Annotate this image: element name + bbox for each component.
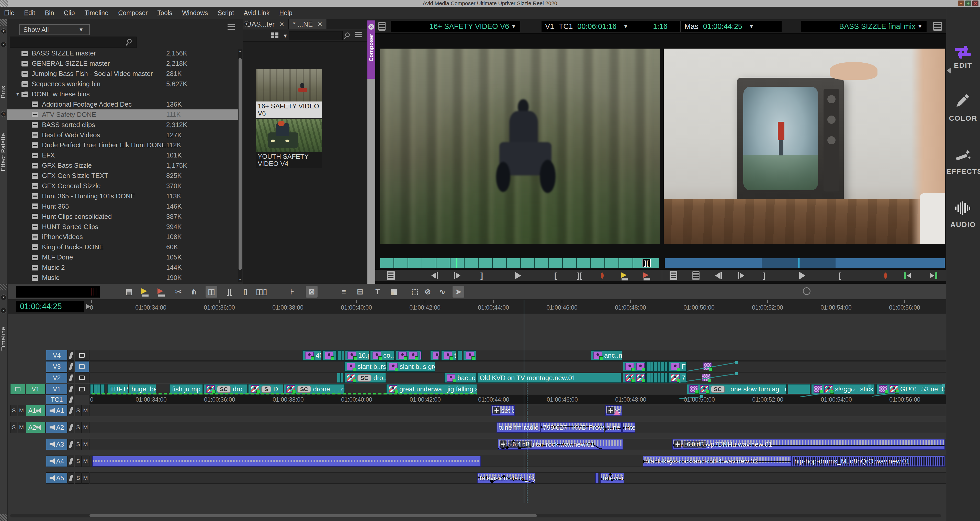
clip-V3[interactable] <box>646 362 668 372</box>
clip-V1[interactable]: fish ju.mp b <box>170 384 203 394</box>
source-mute-A2[interactable]: M <box>18 422 25 433</box>
solo-A1[interactable]: S <box>75 405 81 416</box>
overwrite-icon[interactable] <box>641 270 653 281</box>
record-indicator-icon[interactable] <box>879 270 892 281</box>
mark-in-icon[interactable]: [ <box>834 270 846 281</box>
clip-gain-icon[interactable] <box>493 407 500 415</box>
bin-clip[interactable]: YOUTH SAFETY VIDEO V4 <box>256 119 322 168</box>
bin-row[interactable]: GFX Gen Sizzle TEXT825K <box>7 171 239 181</box>
clip-thumbnail[interactable] <box>256 119 322 152</box>
scrollbar-thumb[interactable] <box>239 58 242 270</box>
clip-V2[interactable]: bac..ound <box>444 373 477 383</box>
clip-V3[interactable]: slant b..s green.p <box>386 362 435 372</box>
pen-cell-TC1[interactable] <box>68 395 74 404</box>
clip-A2[interactable]: 799 027 - KVD Proven S <box>541 422 604 433</box>
clip-A3[interactable]: -6.0 dBambient_Gyp7DNHu.wav.new.01 <box>672 439 945 450</box>
bin-row[interactable]: Music 2144K <box>7 262 239 273</box>
solo-A3[interactable]: S <box>75 439 81 450</box>
find-icon[interactable] <box>803 288 810 295</box>
timeline-tab[interactable]: Timeline <box>0 322 7 355</box>
record-track-V2[interactable]: V2 <box>46 372 67 383</box>
effect-mode-icon[interactable]: ⊠ <box>306 286 318 297</box>
clip-V3[interactable] <box>623 362 646 372</box>
clip-V4[interactable]: 40.png <box>302 350 321 361</box>
clip-V4[interactable] <box>396 350 422 361</box>
clip-A3[interactable]: -6.4 dBacoustic-guitar-rock.wav.new.01 <box>498 439 623 450</box>
mark-in-icon[interactable]: [ <box>549 270 562 281</box>
clip-V3[interactable]: slant b..rs oran <box>344 362 386 372</box>
clip-V4[interactable]: co..tries <box>370 350 395 361</box>
clip-V1[interactable] <box>788 384 810 394</box>
source-clip-icon[interactable] <box>379 22 385 31</box>
splice-in-icon[interactable] <box>619 270 631 281</box>
source-track-A2[interactable]: A2 <box>25 422 46 433</box>
clip-V4[interactable]: ..te <box>322 350 337 361</box>
source-position-indicator[interactable] <box>457 258 457 268</box>
clip-A4[interactable]: black-keys-rock-and-roll-4.wav.new.02 <box>643 456 792 467</box>
source-mute-A1[interactable]: M <box>18 405 25 416</box>
pen-cell-A1[interactable] <box>68 405 74 416</box>
quick-transition-icon[interactable]: ▯ <box>240 286 251 297</box>
monitor-cell-V4[interactable] <box>75 350 89 361</box>
menu-item-clip[interactable]: Clip <box>64 9 75 17</box>
scroll-up-icon[interactable]: ▲ <box>238 49 242 53</box>
clip-V4[interactable]: anc..ng.ne <box>591 350 622 361</box>
source-monitor-cell-V1[interactable] <box>10 384 25 394</box>
audio-curve-icon[interactable]: ∿ <box>436 286 448 297</box>
clip-V1[interactable]: sluggo ..stick bait ur <box>811 384 875 394</box>
clip-V1[interactable]: SCdrone .. ..own to <box>284 384 345 394</box>
record-position-bar[interactable] <box>665 258 945 268</box>
source-position-bar[interactable]: ][ <box>380 258 659 268</box>
source-track-A1[interactable]: A1 <box>25 405 46 416</box>
bin-scrollbar[interactable]: ▲ ▼ <box>238 49 242 282</box>
bin-row[interactable]: Best of Web Videos127K <box>7 130 239 140</box>
bin-search-field[interactable] <box>10 37 137 48</box>
overwrite-icon[interactable] <box>156 286 167 297</box>
timeline-ruler[interactable]: 01:00:44:25 001:00:34:0001:00:36:0001:00… <box>8 300 946 314</box>
pen-cell-A3[interactable] <box>68 439 74 450</box>
expand-arrow-icon[interactable]: ▼ <box>14 92 21 97</box>
bin-tab[interactable]: * ...NE✕ <box>289 19 327 29</box>
menu-item-bin[interactable]: Bin <box>45 9 54 17</box>
menu-item-script[interactable]: Script <box>218 9 234 17</box>
clip-V1[interactable]: huge..bas <box>129 384 156 394</box>
clip-V2[interactable]: SCdro.. g up <box>344 373 386 383</box>
clip-A4[interactable] <box>92 456 481 467</box>
dock-close-icon[interactable]: ✕ <box>1 308 6 313</box>
monitor-cell-V2[interactable] <box>75 372 89 383</box>
step-forward-icon[interactable] <box>451 270 463 281</box>
bin-row[interactable]: EFX101K <box>7 150 239 160</box>
bins-tab[interactable]: Bins <box>0 74 7 110</box>
marquee-icon[interactable]: ⬚ <box>409 286 421 297</box>
play-icon[interactable] <box>796 270 809 281</box>
pen-cell-V3[interactable] <box>68 361 74 372</box>
tab-overflow-icon[interactable]: ▼ <box>243 21 249 27</box>
timeline-view-icon[interactable] <box>933 22 942 31</box>
dock-collapse-icon[interactable]: ▼ <box>1 294 6 300</box>
bin-row[interactable]: Music190K <box>7 273 239 283</box>
mute-A5[interactable]: M <box>82 472 89 484</box>
mark-out-icon[interactable]: ] <box>475 270 488 281</box>
video-quality-icon[interactable]: ▤ <box>123 286 135 297</box>
record-position-indicator[interactable] <box>799 258 800 268</box>
close-icon[interactable]: ✕ <box>368 24 374 30</box>
bin-filter-dropdown[interactable]: Show All ▼ <box>19 24 90 35</box>
clip-V2[interactable] <box>646 373 668 383</box>
bin-row[interactable]: King of Bucks DONE60K <box>7 242 239 252</box>
menu-item-help[interactable]: Help <box>279 9 292 17</box>
menu-item-avid-link[interactable]: Avid Link <box>243 9 269 17</box>
view-mode-icon[interactable] <box>271 32 278 38</box>
clip-V2[interactable] <box>623 373 646 383</box>
monitor-cell-V1[interactable] <box>75 384 89 394</box>
maximize-button[interactable]: + <box>965 0 971 6</box>
track-lane-V2[interactable]: SCdro.. g upbac..oundOld KVD on TV monta… <box>89 372 946 383</box>
add-edit-icon[interactable]: ✂ <box>173 286 185 297</box>
clip-V1[interactable]: SC..one slow turn ag.. nk.new.01 <box>687 384 787 394</box>
clip-V2[interactable] <box>337 373 344 383</box>
menu-item-windows[interactable]: Windows <box>182 9 208 17</box>
audio-mark-out-icon[interactable] <box>928 270 940 281</box>
clip-V3[interactable]: FI..H.p <box>668 362 687 372</box>
record-track-A3[interactable]: A3 <box>46 439 67 450</box>
clip-info-icon[interactable] <box>385 270 397 281</box>
clip-V4[interactable]: t..ev <box>441 350 457 361</box>
